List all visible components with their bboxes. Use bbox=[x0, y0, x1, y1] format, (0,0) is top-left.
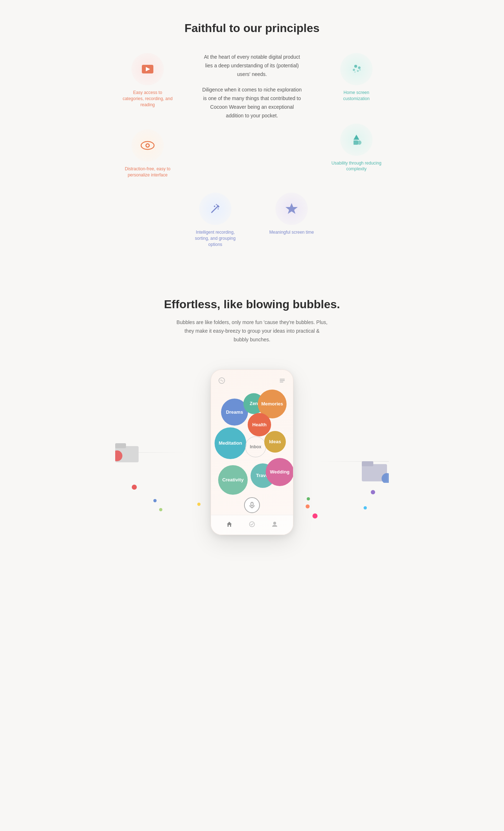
wand-icon-wrapper: ✦ bbox=[199, 193, 231, 225]
principle-distraction-free: Distraction-free, easy to personalize in… bbox=[122, 129, 173, 178]
dot-green bbox=[159, 508, 162, 511]
principles-center-text-2: Diligence when it comes to niche explora… bbox=[202, 86, 302, 120]
svg-rect-28 bbox=[280, 379, 285, 379]
svg-point-34 bbox=[249, 522, 255, 527]
principles-right-column: Home screen customization Usability thro… bbox=[324, 53, 389, 172]
usability-label: Usability through reducing complexity bbox=[331, 160, 382, 172]
eye-icon bbox=[140, 138, 156, 153]
dot-orange-sm bbox=[306, 504, 310, 508]
bubble-wedding[interactable]: Wedding bbox=[266, 458, 293, 486]
dots-icon bbox=[348, 61, 364, 77]
folder-left bbox=[115, 443, 140, 463]
dot-lightblue bbox=[364, 506, 367, 509]
star-icon bbox=[284, 201, 300, 217]
svg-point-9 bbox=[359, 69, 361, 71]
svg-point-10 bbox=[354, 71, 356, 73]
svg-rect-22 bbox=[115, 443, 126, 448]
folder-right bbox=[360, 461, 389, 483]
svg-point-4 bbox=[147, 144, 149, 147]
dot-red bbox=[132, 485, 137, 490]
principles-section: Faithful to our principles Easy access t… bbox=[101, 0, 403, 276]
bubbles-container: Dreams Zen Memories Health Meditation bbox=[211, 388, 293, 503]
mic-button[interactable] bbox=[244, 497, 260, 513]
phone-top-bar bbox=[211, 377, 293, 388]
svg-marker-33 bbox=[227, 522, 232, 527]
intelligent-recording-label: Intelligent recording, sorting, and grou… bbox=[190, 229, 240, 247]
home-screen-icon-wrapper bbox=[340, 53, 373, 85]
principle-intelligent-recording: ✦ Intelligent recording, sorting, and gr… bbox=[190, 193, 240, 247]
phone-bottom-nav bbox=[211, 515, 293, 535]
wand-icon: ✦ bbox=[207, 201, 223, 217]
bubble-meditation[interactable]: Meditation bbox=[215, 427, 246, 459]
dot-yellow bbox=[197, 503, 201, 506]
dot-green-sm bbox=[307, 497, 310, 500]
phone-mockup: Dreams Zen Memories Health Meditation bbox=[211, 369, 293, 535]
bubbles-title: Effortless, like blowing bubbles. bbox=[115, 298, 389, 311]
svg-point-16 bbox=[214, 206, 215, 207]
distraction-free-icon-wrapper bbox=[131, 129, 164, 162]
bubble-health[interactable]: Health bbox=[248, 413, 271, 436]
phone-icon-left bbox=[218, 377, 225, 384]
shapes-icon bbox=[348, 132, 364, 148]
phone-mockup-wrapper: Dreams Zen Memories Health Meditation bbox=[115, 362, 389, 542]
home-nav-icon bbox=[226, 521, 233, 527]
svg-point-8 bbox=[357, 70, 359, 72]
dot-pink bbox=[312, 513, 318, 518]
easy-access-label: Easy access to categories, recording, an… bbox=[122, 90, 173, 108]
svg-point-6 bbox=[358, 67, 361, 69]
principles-title: Faithful to our principles bbox=[115, 22, 389, 35]
dot-blue-sm bbox=[153, 499, 157, 502]
principles-bottom-row: ✦ Intelligent recording, sorting, and gr… bbox=[115, 193, 389, 247]
mic-icon bbox=[248, 502, 256, 509]
user-nav-icon bbox=[271, 521, 278, 527]
bubble-ideas[interactable]: Ideas bbox=[264, 431, 286, 453]
bubbles-section: Effortless, like blowing bubbles. Bubble… bbox=[101, 276, 403, 571]
principles-left-column: Easy access to categories, recording, an… bbox=[115, 53, 180, 178]
star-icon-wrapper bbox=[275, 193, 308, 225]
usability-icon-wrapper bbox=[340, 123, 373, 156]
phone-inner: Dreams Zen Memories Health Meditation bbox=[211, 370, 293, 535]
distraction-free-label: Distraction-free, easy to personalize in… bbox=[122, 166, 173, 178]
svg-rect-25 bbox=[362, 461, 373, 466]
check-nav-icon bbox=[249, 521, 255, 527]
nav-check[interactable] bbox=[249, 521, 255, 529]
principles-layout: Easy access to categories, recording, an… bbox=[115, 53, 389, 178]
principle-home-screen: Home screen customization bbox=[331, 53, 382, 102]
principle-usability: Usability through reducing complexity bbox=[331, 123, 382, 172]
principles-center-text-1: At the heart of every notable digital pr… bbox=[202, 53, 302, 78]
nav-home[interactable] bbox=[226, 521, 233, 529]
svg-text:✦: ✦ bbox=[217, 205, 220, 209]
principles-center-column: At the heart of every notable digital pr… bbox=[194, 53, 310, 127]
svg-marker-20 bbox=[285, 203, 298, 214]
svg-marker-11 bbox=[354, 135, 359, 140]
svg-point-5 bbox=[354, 65, 357, 68]
principle-meaningful-screen: Meaningful screen time bbox=[269, 193, 314, 247]
bubble-creativity[interactable]: Creativity bbox=[218, 465, 248, 495]
nav-user[interactable] bbox=[271, 521, 278, 529]
bubbles-subtitle: Bubbles are like folders, only more fun … bbox=[176, 318, 328, 344]
easy-access-icon-wrapper bbox=[131, 53, 164, 85]
dot-purple bbox=[371, 490, 375, 494]
home-screen-label: Home screen customization bbox=[331, 90, 382, 102]
svg-rect-29 bbox=[280, 380, 285, 381]
bubble-inbox[interactable]: Inbox bbox=[245, 436, 266, 457]
svg-rect-30 bbox=[280, 382, 283, 382]
principle-easy-access: Easy access to categories, recording, an… bbox=[122, 53, 173, 108]
svg-rect-31 bbox=[251, 502, 253, 506]
meaningful-screen-label: Meaningful screen time bbox=[269, 229, 314, 235]
svg-point-13 bbox=[357, 140, 361, 145]
video-icon bbox=[140, 62, 155, 76]
svg-point-35 bbox=[273, 522, 276, 525]
phone-icon-right bbox=[279, 377, 286, 384]
svg-point-7 bbox=[353, 69, 355, 71]
